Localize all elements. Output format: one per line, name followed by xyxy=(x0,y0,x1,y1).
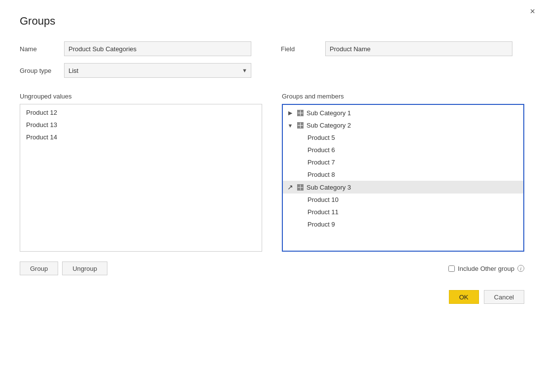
category-label: Sub Category 1 xyxy=(306,109,519,117)
include-other-label: Include Other group xyxy=(458,265,514,272)
tree-child-item[interactable]: Product 5 xyxy=(283,131,523,144)
close-button[interactable]: × xyxy=(530,7,535,16)
groups-title: Groups and members xyxy=(282,93,524,100)
tree-child-item[interactable]: Product 10 xyxy=(283,194,523,206)
groups-dialog: × Groups Name Field Group type List ▼ Un… xyxy=(0,0,544,392)
group-button[interactable]: Group xyxy=(20,261,58,275)
group-type-select-wrapper: List ▼ xyxy=(64,63,251,78)
include-other-checkbox[interactable] xyxy=(448,265,455,272)
ok-button[interactable]: OK xyxy=(449,290,479,304)
tree-category-1[interactable]: ▶ Sub Category 1 xyxy=(283,107,523,119)
ungroup-button[interactable]: Ungroup xyxy=(62,261,107,275)
field-section: Field xyxy=(281,41,512,56)
tree-category-3[interactable]: ↗ Sub Category 3 xyxy=(283,181,523,194)
expand-icon: ▶ xyxy=(287,110,294,116)
table-icon xyxy=(296,110,305,117)
group-type-select[interactable]: List xyxy=(64,63,251,78)
tree-child-item[interactable]: Product 9 xyxy=(283,218,523,230)
bottom-buttons-row: Group Ungroup Include Other group i xyxy=(20,261,524,275)
right-section: Include Other group i xyxy=(448,265,524,272)
table-icon xyxy=(296,184,305,191)
list-item[interactable]: Product 13 xyxy=(20,119,262,131)
name-input[interactable] xyxy=(64,41,251,56)
info-icon[interactable]: i xyxy=(517,265,524,272)
groups-list: ▶ Sub Category 1 ▼ xyxy=(282,104,524,252)
cursor-pointer-icon: ↗ xyxy=(287,183,294,191)
dialog-footer: OK Cancel xyxy=(20,290,524,304)
tree-child-item[interactable]: Product 8 xyxy=(283,168,523,181)
category-label: Sub Category 2 xyxy=(306,122,519,129)
table-icon xyxy=(296,122,305,129)
ungrouped-title: Ungrouped values xyxy=(20,93,262,100)
groups-panel: Groups and members ▶ Sub Category 1 xyxy=(282,93,524,252)
left-buttons: Group Ungroup xyxy=(20,261,107,275)
tree-child-item[interactable]: Product 7 xyxy=(283,156,523,168)
name-label: Name xyxy=(20,45,54,53)
tree-child-item[interactable]: Product 11 xyxy=(283,206,523,218)
tree-category-2[interactable]: ▼ Sub Category 2 xyxy=(283,119,523,131)
collapse-icon: ▼ xyxy=(287,123,294,129)
list-item[interactable]: Product 12 xyxy=(20,106,262,119)
dialog-title: Groups xyxy=(20,15,524,28)
ungrouped-list: Product 12 Product 13 Product 14 xyxy=(20,104,262,252)
field-input[interactable] xyxy=(325,41,512,56)
category-label: Sub Category 3 xyxy=(306,184,519,191)
cancel-button[interactable]: Cancel xyxy=(484,290,524,304)
field-label: Field xyxy=(281,45,315,53)
panels-row: Ungrouped values Product 12 Product 13 P… xyxy=(20,93,524,252)
ungrouped-panel: Ungrouped values Product 12 Product 13 P… xyxy=(20,93,262,252)
tree-child-item[interactable]: Product 6 xyxy=(283,144,523,156)
group-type-row: Group type List ▼ xyxy=(20,63,524,78)
group-type-label: Group type xyxy=(20,67,54,74)
include-other-checkbox-row: Include Other group i xyxy=(448,265,524,272)
list-item[interactable]: Product 14 xyxy=(20,131,262,143)
name-field-row: Name Field xyxy=(20,41,524,56)
